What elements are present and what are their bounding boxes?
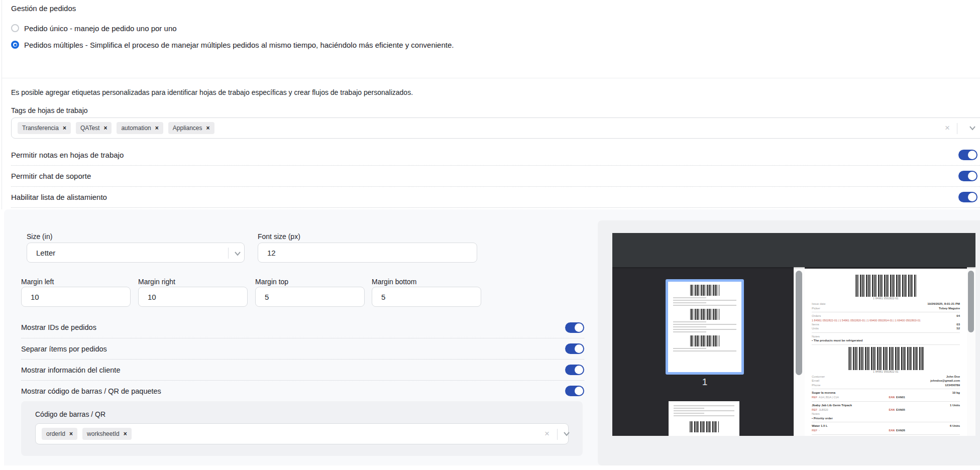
font-size-label: Font size (px) [258, 232, 300, 241]
remove-tag-icon[interactable]: × [63, 125, 66, 132]
size-value: Letter [36, 249, 55, 257]
print-toggle-group: Mostrar IDs de pedidos Separar ítems por… [21, 317, 584, 401]
pdf-page: 1 84961 0502822-01 Issue date10/26/2025,… [805, 269, 967, 436]
section-divider [2, 78, 980, 78]
toggle-label: Mostrar código de barras / QR de paquete… [21, 387, 161, 395]
barcode-panel-label: Código de barras / QR [35, 410, 105, 418]
barcode-qr-panel: Código de barras / QR orderId × workshee… [21, 401, 583, 456]
tag-chip: worksheetId × [82, 428, 132, 440]
margin-top-input[interactable] [255, 287, 365, 307]
page-title: Gestión de pedidos [11, 4, 76, 13]
margin-bottom-label: Margin bottom [372, 278, 416, 286]
input-separator [228, 248, 229, 259]
toggle-row-package-barcode: Mostrar código de barras / QR de paquete… [21, 380, 584, 401]
tag-chip: Transferencia × [18, 122, 71, 134]
tag-chip: Appliances × [168, 122, 214, 134]
chevron-down-icon[interactable] [563, 431, 570, 436]
barcode-fields-input[interactable]: orderId × worksheetId × × [35, 423, 569, 444]
toggle-show-order-ids[interactable] [565, 322, 584, 333]
thumbnails-scrollbar-thumb[interactable] [796, 271, 802, 375]
thumbnail-page-1[interactable] [666, 279, 744, 375]
toggle-row-customer-info: Mostrar información del cliente [21, 359, 584, 380]
margin-bottom-input[interactable] [372, 287, 481, 307]
chevron-down-icon[interactable] [234, 251, 241, 256]
toggle-label: Separar ítems por pedidos [21, 345, 107, 353]
worksheet-barcode [855, 275, 917, 297]
toggle-row-show-order-ids: Mostrar IDs de pedidos [21, 317, 584, 338]
toggle-row-picking-list: Habilitar lista de alistamiento [11, 186, 980, 207]
left-border [2, 0, 2, 209]
pdf-content-area: 1 1 84961 0502822-01 Issue date10/26/202… [612, 267, 975, 436]
toggle-notes[interactable] [958, 150, 977, 160]
thumbnail-page-2[interactable] [669, 401, 739, 436]
toggle-package-barcode[interactable] [565, 386, 584, 396]
clear-tags-icon[interactable]: × [545, 429, 550, 439]
input-separator [557, 429, 558, 440]
barcode-caption: 1 84961 0502822-01 [812, 371, 960, 373]
radio-option-multiple[interactable]: Pedidos múltiples - Simplifica el proces… [11, 40, 454, 50]
pdf-preview-panel: 1 / 2 [598, 220, 980, 465]
toggle-picking-list[interactable] [958, 192, 977, 202]
toggle-customer-info[interactable] [565, 365, 584, 375]
size-select[interactable]: Letter [27, 243, 245, 263]
margin-left-input[interactable] [21, 287, 131, 307]
row-divider [11, 207, 980, 208]
radio-option-multiple-label: Pedidos múltiples - Simplifica el proces… [24, 41, 454, 49]
toggle-label: Habilitar lista de alistamiento [11, 193, 107, 201]
mini-barcode [690, 335, 719, 346]
order-barcode [848, 347, 924, 370]
toggle-split-items[interactable] [565, 343, 584, 354]
toggle-label: Mostrar IDs de pedidos [21, 323, 96, 331]
margin-right-label: Margin right [138, 278, 175, 286]
margin-top-label: Margin top [255, 278, 288, 286]
page-scrollbar-thumb[interactable] [968, 271, 974, 332]
radio-option-single-label: Pedido único - manejo de pedido uno por … [24, 24, 177, 33]
tag-chip: automation × [117, 122, 163, 134]
order-settings-page: Gestión de pedidos Pedido único - manejo… [0, 0, 980, 470]
margin-left-label: Margin left [21, 278, 54, 286]
barcode-caption: 1 84961 0502822-01 [812, 297, 960, 300]
order-ids: 1 84961 0502822-01 | 1 54961 0502820-01 … [812, 318, 960, 322]
tag-chip-label: QATest [80, 125, 99, 132]
tags-label: Tags de hojas de trabajo [11, 106, 88, 114]
clear-tags-icon[interactable]: × [945, 123, 950, 133]
remove-tag-icon[interactable]: × [103, 125, 107, 132]
toggle-row-split-items: Separar ítems por pedidos [21, 338, 584, 359]
print-settings-section: Size (in) Letter Font size (px) Margin l… [4, 209, 980, 465]
remove-tag-icon[interactable]: × [155, 125, 159, 132]
chevron-down-icon[interactable] [969, 126, 976, 131]
tag-chip-label: Transferencia [22, 125, 59, 132]
tags-description: Es posible agregar etiquetas personaliza… [11, 88, 413, 96]
tag-chip: orderId × [42, 428, 77, 440]
thumbnails-scrollbar [794, 267, 805, 436]
mini-barcode [690, 309, 719, 320]
toggle-row-notes: Permitir notas en hojas de trabajo [11, 144, 980, 165]
tag-chip-label: automation [121, 125, 151, 132]
toggle-label: Mostrar información del cliente [21, 366, 120, 374]
input-separator [957, 123, 957, 134]
radio-selected-icon[interactable] [11, 41, 19, 49]
pdf-viewer: 1 / 2 [612, 233, 975, 436]
remove-tag-icon[interactable]: × [69, 430, 73, 437]
radio-option-single[interactable]: Pedido único - manejo de pedido uno por … [11, 23, 177, 33]
font-size-input[interactable] [258, 243, 477, 263]
thumbnail-page-number: 1 [666, 377, 744, 388]
remove-tag-icon[interactable]: × [124, 430, 127, 437]
tag-chip: QATest × [76, 122, 112, 134]
radio-unselected-icon[interactable] [11, 24, 19, 32]
mini-barcode [690, 421, 719, 432]
tag-chip-label: orderId [46, 430, 65, 437]
toggle-label: Permitir chat de soporte [11, 172, 91, 180]
margin-right-input[interactable] [138, 287, 248, 307]
toggle-row-chat: Permitir chat de soporte [11, 165, 980, 186]
tag-chip-label: worksheetId [87, 430, 120, 437]
remove-tag-icon[interactable]: × [206, 125, 210, 132]
tag-chip-label: Appliances [173, 125, 202, 132]
worksheet-tags-input[interactable]: Transferencia × QATest × automation × Ap… [11, 118, 980, 139]
toggle-chat[interactable] [958, 171, 977, 181]
pdf-toolbar: 1 / 2 [612, 233, 975, 267]
toggle-label: Permitir notas en hojas de trabajo [11, 151, 124, 159]
page-scrollbar [967, 267, 975, 436]
mini-barcode [690, 285, 719, 296]
size-label: Size (in) [27, 232, 52, 241]
